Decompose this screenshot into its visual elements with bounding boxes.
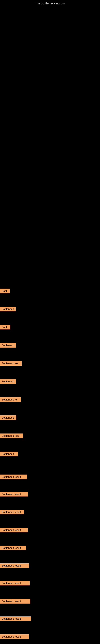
bottleneck-result-item: Bottleneck result [0, 528, 28, 532]
site-title: TheBottlenecker.com [0, 0, 100, 7]
bottleneck-result-item: Bottleneck [0, 307, 16, 311]
bottleneck-result-item: Bottleneck result [0, 492, 28, 496]
bottleneck-result-item: Bottleneck [0, 379, 16, 384]
bottleneck-result-item: Bottleneck result [0, 563, 29, 568]
bottleneck-result-item: Bottleneck [0, 416, 16, 420]
bottleneck-result-item: Bottleneck result [0, 634, 29, 639]
bottleneck-result-item: Bottleneck resu [0, 434, 23, 438]
bottleneck-result-item: Bottleneck result [0, 599, 30, 604]
bottleneck-result-item: Bottleneck result [0, 474, 27, 479]
bottleneck-result-item: Bottleneck [0, 343, 16, 348]
bottleneck-result-item: Bottleneck res [0, 361, 22, 366]
bottleneck-result-item: Bottl [0, 288, 10, 293]
bottleneck-result-item: Bottleneck result [0, 546, 26, 550]
bottleneck-result-item: Bottleneck result [0, 510, 24, 514]
bottleneck-result-item: Bottleneck r [0, 452, 18, 456]
bottleneck-result-item: Bottleneck re [0, 397, 21, 402]
bottleneck-result-item: Bottleneck result [0, 616, 31, 621]
bottleneck-result-item: Bottleneck result [0, 581, 30, 586]
bottleneck-result-item: Bottl [0, 325, 10, 330]
